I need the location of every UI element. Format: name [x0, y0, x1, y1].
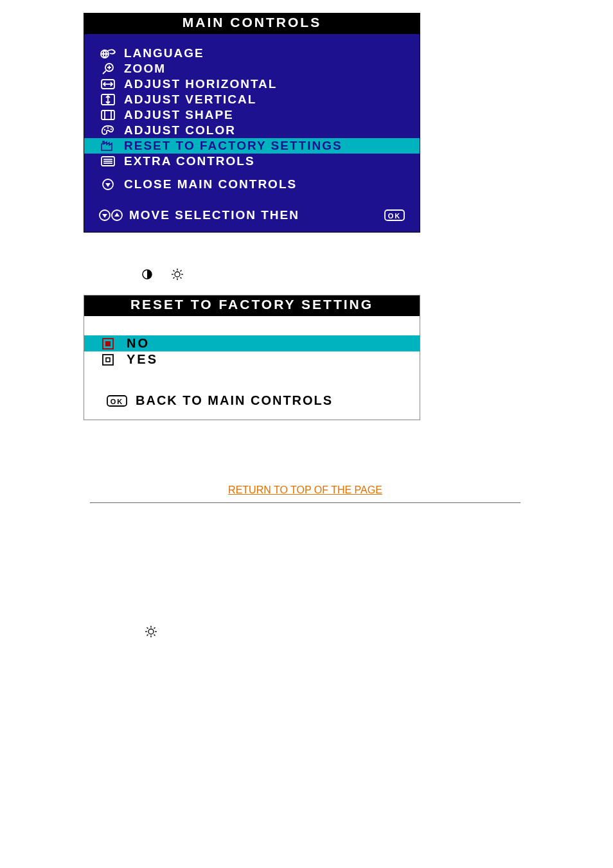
brightness-icon — [171, 268, 184, 281]
menu-item-extra-controls[interactable]: EXTRA CONTROLS — [84, 154, 420, 169]
menu-item-adjust-horizontal[interactable]: ADJUST HORIZONTAL — [84, 76, 420, 92]
reset-option-no[interactable]: NO — [84, 335, 420, 351]
main-controls-footer: MOVE SELECTION THEN OK — [84, 192, 420, 232]
menu-label: ADJUST SHAPE — [118, 108, 413, 122]
menu-label: CLOSE MAIN CONTROLS — [118, 177, 413, 191]
brightness-icon-standalone — [145, 625, 613, 638]
globe-language-icon — [98, 47, 118, 60]
contrast-brightness-icons — [141, 268, 613, 281]
svg-line-35 — [173, 278, 175, 279]
svg-rect-9 — [102, 111, 114, 120]
reset-body: NO YES OK BACK TO MAIN CONTROLS — [84, 316, 420, 420]
svg-rect-40 — [106, 358, 110, 362]
menu-item-zoom[interactable]: ZOOM — [84, 61, 420, 76]
shape-icon — [98, 109, 118, 121]
vertical-arrows-icon — [98, 93, 118, 106]
svg-text:OK: OK — [111, 398, 124, 405]
svg-line-2 — [103, 71, 106, 74]
horizontal-arrows-icon — [98, 78, 118, 91]
factory-icon — [98, 139, 118, 152]
menu-item-close[interactable]: CLOSE MAIN CONTROLS — [84, 177, 420, 192]
svg-rect-39 — [103, 355, 113, 365]
svg-line-50 — [147, 635, 148, 636]
reset-option-yes[interactable]: YES — [84, 351, 420, 368]
svg-line-51 — [154, 628, 155, 629]
svg-line-36 — [181, 270, 182, 272]
reset-osd: RESET TO FACTORY SETTING NO YES — [84, 295, 420, 420]
return-link-row: RETURN TO TOP OF THE PAGE — [90, 484, 520, 503]
menu-item-reset-factory[interactable]: RESET TO FACTORY SETTINGS — [84, 138, 420, 154]
contrast-icon — [141, 269, 153, 280]
close-down-icon — [98, 177, 118, 191]
footer-label: MOVE SELECTION THEN — [124, 208, 373, 222]
svg-point-28 — [175, 272, 180, 277]
svg-line-48 — [147, 628, 148, 629]
reset-footer[interactable]: OK BACK TO MAIN CONTROLS — [84, 368, 420, 420]
svg-line-49 — [154, 635, 155, 636]
svg-point-14 — [111, 128, 112, 130]
menu-label: EXTRA CONTROLS — [118, 154, 413, 168]
ok-icon: OK — [384, 208, 405, 222]
menu-item-adjust-vertical[interactable]: ADJUST VERTICAL — [84, 92, 420, 107]
reset-title: RESET TO FACTORY SETTING — [84, 296, 420, 316]
option-label: YES — [118, 352, 158, 367]
svg-line-33 — [173, 270, 175, 272]
svg-rect-38 — [105, 341, 111, 346]
up-down-icons — [98, 208, 124, 222]
palette-icon — [98, 124, 118, 137]
svg-point-12 — [104, 129, 105, 130]
main-controls-body: LANGUAGE ZOOM — [84, 34, 420, 232]
menu-label: LANGUAGE — [118, 46, 413, 60]
svg-point-13 — [107, 127, 109, 128]
magnifier-icon — [98, 62, 118, 76]
svg-marker-20 — [105, 183, 111, 187]
svg-line-34 — [181, 278, 182, 279]
menu-label: RESET TO FACTORY SETTINGS — [118, 139, 413, 153]
footer-label: BACK TO MAIN CONTROLS — [128, 393, 333, 408]
svg-point-43 — [148, 629, 154, 634]
svg-marker-22 — [102, 214, 107, 218]
return-to-top-link[interactable]: RETURN TO TOP OF THE PAGE — [228, 484, 382, 495]
list-icon — [98, 155, 118, 168]
menu-item-adjust-color[interactable]: ADJUST COLOR — [84, 123, 420, 138]
menu-label: ADJUST COLOR — [118, 123, 413, 137]
stop-outline-icon — [98, 353, 118, 367]
main-controls-osd: MAIN CONTROLS LANGUAGE ZOOM — [84, 13, 420, 233]
svg-marker-24 — [114, 213, 120, 217]
menu-label: ADJUST HORIZONTAL — [118, 77, 413, 91]
ok-icon: OK — [106, 394, 128, 408]
menu-item-language[interactable]: LANGUAGE — [84, 46, 420, 61]
stop-filled-icon — [98, 337, 118, 351]
option-label: NO — [118, 336, 150, 351]
main-controls-title: MAIN CONTROLS — [84, 13, 420, 34]
menu-label: ADJUST VERTICAL — [118, 93, 413, 107]
menu-label: ZOOM — [118, 62, 413, 76]
menu-item-adjust-shape[interactable]: ADJUST SHAPE — [84, 107, 420, 123]
svg-text:OK: OK — [388, 212, 402, 220]
